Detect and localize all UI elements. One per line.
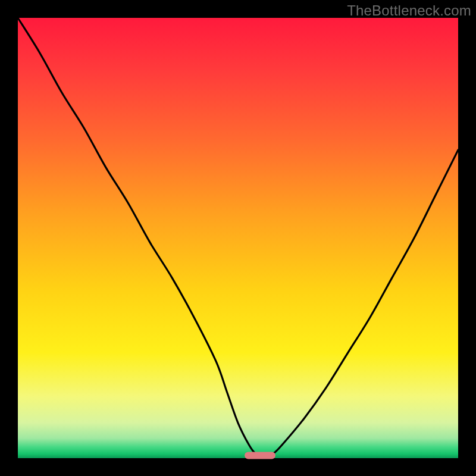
bottleneck-chart <box>0 0 476 476</box>
chart-frame: TheBottleneck.com <box>0 0 476 476</box>
plot-background <box>18 18 458 458</box>
watermark-text: TheBottleneck.com <box>347 2 471 19</box>
optimal-marker <box>245 452 275 459</box>
